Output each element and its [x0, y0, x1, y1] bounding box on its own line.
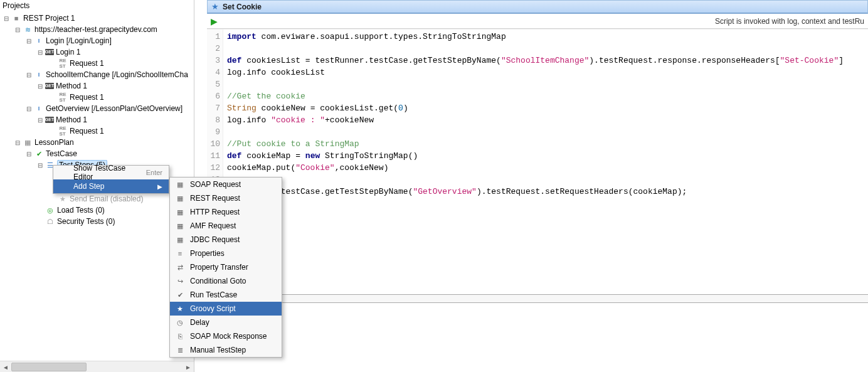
code-line[interactable]: //Put cookie to a StringMap: [227, 138, 844, 150]
code-line[interactable]: def cookieMap = new StringToStringMap(): [227, 150, 844, 162]
context-item[interactable]: ▦ AMF Request: [170, 219, 282, 233]
context-item[interactable]: ≡ Properties: [170, 247, 282, 260]
code-line[interactable]: import com.eviware.soapui.support.types.…: [227, 31, 844, 43]
menu-label: Show TestCase Editor: [73, 164, 141, 181]
code-editor[interactable]: 1234567891011121314 import com.eviware.s…: [207, 29, 868, 294]
expander-icon[interactable]: ⊟: [25, 37, 33, 45]
scroll-thumb[interactable]: [11, 363, 87, 371]
expander-icon[interactable]: ⊟: [14, 139, 21, 146]
security-label: Security Tests (0): [57, 217, 115, 226]
code-line[interactable]: testRunner.testCase.getTestStepByName("G…: [227, 186, 844, 198]
expander-icon[interactable]: ⊟: [36, 82, 44, 90]
expander-icon[interactable]: ⊟: [3, 14, 10, 22]
menu-label: AMF Request: [190, 221, 275, 230]
menu-label: Run TestCase: [190, 290, 275, 299]
context-item[interactable]: Add Step ▶: [53, 179, 169, 193]
expander-icon[interactable]: ⊟: [36, 161, 44, 169]
line-number: 7: [207, 102, 220, 114]
request-icon: REST: [58, 58, 68, 68]
testcase-label: TestCase: [46, 149, 77, 158]
editor-panel: ★ Set Cookie ▶ Script is invoked with lo…: [207, 0, 868, 372]
code-line[interactable]: String cookieNew = cookiesList.get(0): [227, 102, 844, 114]
code-line[interactable]: [227, 78, 844, 90]
line-number: 2: [207, 43, 220, 55]
splitter[interactable]: [207, 294, 868, 303]
code-line[interactable]: [227, 126, 844, 138]
menu-icon: ★: [175, 305, 185, 313]
context-item[interactable]: ▦ HTTP Request: [170, 205, 282, 219]
suite-label: LessonPlan: [34, 138, 74, 147]
tree-resource[interactable]: ⊟ I GetOverview [/LessonPlan/GetOverview…: [0, 103, 194, 114]
tree-request[interactable]: · REST Request 1: [0, 58, 194, 69]
context-item[interactable]: ≣ Manual TestStep: [170, 343, 282, 357]
context-item[interactable]: ⇄ Property Transfer: [170, 260, 282, 274]
menu-icon: ⇄: [175, 263, 185, 272]
scroll-left-icon[interactable]: ◄: [0, 361, 11, 372]
tree-request[interactable]: · REST Request 1: [0, 125, 194, 137]
loadtests-icon: ◎: [45, 205, 55, 215]
tree-security[interactable]: · ☖ Security Tests (0): [0, 216, 194, 227]
menu-label: Property Transfer: [190, 263, 275, 272]
horizontal-scrollbar[interactable]: ◄ ►: [0, 361, 194, 372]
editor-toolbar: ▶ Script is invoked with log, context an…: [207, 14, 868, 29]
menu-label: Delay: [190, 318, 275, 327]
context-item[interactable]: ↪ Conditional Goto: [170, 274, 282, 288]
code-line[interactable]: //Get the cookie: [227, 90, 844, 102]
line-number: 1: [207, 31, 220, 43]
context-item[interactable]: ▦ REST Request: [170, 191, 282, 205]
menu-icon: ≡: [175, 250, 185, 257]
method-label: Login 1: [56, 48, 80, 56]
run-button[interactable]: ▶: [211, 16, 218, 26]
tree-endpoint[interactable]: ⊟ ≋ https://teacher-test.grapecitydev.co…: [0, 24, 194, 35]
menu-label: HTTP Request: [190, 208, 275, 216]
tree-loadtests[interactable]: · ◎ Load Tests (0): [0, 205, 194, 216]
tree-testcase[interactable]: ⊟ ✔ TestCase: [0, 148, 194, 159]
menu-icon: ▦: [175, 236, 185, 244]
code-line[interactable]: [227, 174, 844, 186]
tree-step[interactable]: · ★ Send Email (disabled): [0, 193, 194, 205]
menu-hint: Enter: [146, 169, 162, 176]
method-icon: GET: [45, 49, 54, 55]
context-item[interactable]: ✔ Run TestCase: [170, 288, 282, 302]
context-menu[interactable]: Show TestCase Editor Enter Add Step ▶: [53, 165, 169, 194]
expander-icon[interactable]: ⊟: [25, 105, 33, 112]
scroll-right-icon[interactable]: ►: [183, 361, 194, 372]
tree-method[interactable]: ⊟ GET Method 1: [0, 80, 194, 92]
tree-method[interactable]: ⊟ GET Login 1: [0, 46, 194, 58]
tree-request[interactable]: · REST Request 1: [0, 92, 194, 103]
code-line[interactable]: [227, 43, 844, 55]
line-number: 12: [207, 162, 220, 174]
context-item[interactable]: ⎘ SOAP Mock Response: [170, 329, 282, 343]
expander-icon[interactable]: ⊟: [14, 26, 21, 33]
line-number: 11: [207, 150, 220, 162]
expander-icon[interactable]: ⊟: [36, 48, 44, 56]
code-line[interactable]: log.info cookiesList: [227, 66, 844, 78]
submenu-arrow-icon: ▶: [157, 183, 162, 190]
context-item[interactable]: ▦ SOAP Request: [170, 178, 282, 191]
context-item[interactable]: ◷ Delay: [170, 316, 282, 329]
menu-icon: ▦: [175, 222, 185, 230]
code-line[interactable]: log.info "cookie : "+cookieNew: [227, 114, 844, 126]
expander-icon[interactable]: ⊟: [25, 71, 33, 78]
menu-icon: ▦: [175, 181, 185, 189]
tree-resource[interactable]: ⊟ I SchoolItemChange [/Login/SchoolItemC…: [0, 69, 194, 80]
expander-icon[interactable]: ⊟: [25, 150, 33, 157]
tree-suite[interactable]: ⊟ ▦ LessonPlan: [0, 137, 194, 148]
resource-label: SchoolItemChange [/Login/SchoolItemCha: [46, 70, 188, 79]
context-item[interactable]: Show TestCase Editor Enter: [53, 166, 169, 179]
code-line[interactable]: def cookiesList = testRunner.testCase.ge…: [227, 55, 844, 66]
method-label: Method 1: [56, 82, 87, 90]
code-line[interactable]: cookieMap.put("Cookie",cookieNew): [227, 162, 844, 174]
tree-project[interactable]: ⊟ ■ REST Project 1: [0, 13, 194, 24]
menu-icon: ↪: [175, 277, 185, 285]
request-label: Request 1: [70, 93, 104, 102]
tree-method[interactable]: ⊟ GET Method 1: [0, 114, 194, 125]
step-label: Send Email (disabled): [70, 194, 143, 203]
context-item[interactable]: ★ Groovy Script: [170, 302, 282, 316]
code-content[interactable]: import com.eviware.soapui.support.types.…: [223, 29, 847, 294]
context-item[interactable]: ▦ JDBC Request: [170, 233, 282, 247]
tree-resource[interactable]: ⊟ I Login [/Login/Login]: [0, 35, 194, 46]
context-submenu[interactable]: ▦ SOAP Request ▦ REST Request ▦ HTTP Req…: [169, 177, 282, 358]
request-icon: REST: [58, 92, 68, 102]
expander-icon[interactable]: ⊟: [36, 116, 44, 124]
